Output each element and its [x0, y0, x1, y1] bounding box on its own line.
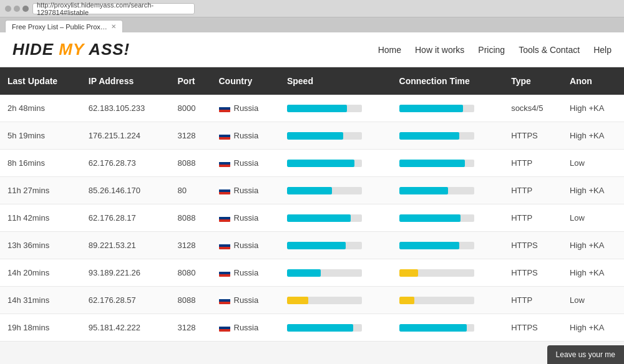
flag-russia — [219, 187, 230, 194]
col-port: Port — [170, 67, 212, 95]
address-text: http://proxylist.hidemyass.com/search-12… — [37, 1, 190, 16]
cell-type: HTTP — [504, 204, 562, 232]
flag-stripe-red — [219, 329, 230, 332]
site-header: HIDE MY ASS! Home How it works Pricing T… — [0, 32, 624, 67]
speed-bar-fill — [287, 297, 308, 304]
cell-anon: High +KA — [562, 232, 624, 259]
table-row: 11h 42mins62.176.28.178088 Russia HTTPLo… — [0, 204, 624, 232]
flag-russia — [219, 324, 230, 332]
address-bar[interactable]: http://proxylist.hidemyass.com/search-12… — [32, 3, 195, 14]
speed-bar-fill — [287, 160, 354, 167]
flag-russia — [219, 160, 230, 167]
cell-port: 3128 — [170, 122, 212, 150]
speed-bar-fill — [287, 187, 332, 194]
cell-country: Russia — [212, 95, 280, 122]
speed-bar-container — [287, 324, 362, 332]
cell-last-update: 8h 16mins — [0, 150, 81, 177]
cell-connection-time — [392, 150, 504, 177]
flag-russia — [219, 132, 230, 140]
table-row: 19h 18mins95.181.42.2223128 Russia HTTPS… — [0, 314, 624, 342]
country-name: Russia — [234, 241, 259, 250]
table-header-row: Last Update IP Address Port Country Spee… — [0, 67, 624, 95]
conn-bar-fill — [399, 297, 414, 304]
cell-speed — [280, 150, 392, 177]
country-cell: Russia — [219, 323, 272, 332]
flag-stripe-red — [219, 302, 230, 304]
flag-stripe-red — [219, 247, 230, 249]
country-name: Russia — [234, 213, 259, 223]
flag-stripe-red — [219, 110, 230, 112]
conn-bar-fill — [399, 160, 466, 167]
col-ip-address: IP Address — [81, 67, 170, 95]
conn-bar-container — [399, 160, 474, 167]
browser-bar: http://proxylist.hidemyass.com/search-12… — [0, 0, 624, 17]
cell-last-update: 19h 18mins — [0, 314, 81, 342]
speed-bar-container — [287, 269, 362, 277]
speed-bar-container — [287, 105, 362, 112]
table-row: 8h 16mins62.176.28.738088 Russia HTTPLow — [0, 150, 624, 177]
col-connection-time: Connection Time — [392, 67, 504, 95]
cell-speed — [280, 232, 392, 259]
speed-bar-container — [287, 297, 362, 304]
conn-bar-fill — [399, 187, 448, 194]
cell-ip: 89.221.53.21 — [81, 232, 170, 259]
cell-ip: 85.26.146.170 — [81, 177, 170, 204]
tab-close-icon[interactable]: ✕ — [111, 23, 116, 30]
speed-bar-fill — [287, 324, 353, 332]
country-cell: Russia — [219, 241, 272, 250]
cell-anon: High +KA — [562, 95, 624, 122]
flag-russia — [219, 242, 230, 249]
col-country: Country — [212, 67, 280, 95]
cell-port: 8080 — [170, 259, 212, 287]
cell-last-update: 2h 48mins — [0, 95, 81, 122]
cell-country: Russia — [212, 150, 280, 177]
country-cell: Russia — [219, 103, 272, 113]
cell-country: Russia — [212, 177, 280, 204]
cell-country: Russia — [212, 314, 280, 342]
country-name: Russia — [234, 103, 259, 113]
cell-country: Russia — [212, 259, 280, 287]
proxy-table: Last Update IP Address Port Country Spee… — [0, 67, 624, 342]
browser-dot-1 — [5, 6, 11, 12]
cell-ip: 93.189.221.26 — [81, 259, 170, 287]
nav-home[interactable]: Home — [378, 45, 401, 55]
logo-ass: ASS! — [84, 40, 130, 59]
nav-pricing[interactable]: Pricing — [478, 45, 505, 55]
nav-help[interactable]: Help — [593, 45, 612, 55]
cell-last-update: 11h 42mins — [0, 204, 81, 232]
conn-bar-fill — [399, 242, 459, 249]
nav-how-it-works[interactable]: How it works — [415, 45, 464, 55]
cell-speed — [280, 287, 392, 314]
cell-port: 3128 — [170, 314, 212, 342]
conn-bar-fill — [399, 214, 461, 222]
conn-bar-container — [399, 297, 474, 304]
cell-country: Russia — [212, 287, 280, 314]
speed-bar-fill — [287, 242, 346, 249]
conn-bar-fill — [399, 324, 467, 332]
flag-stripe-red — [219, 274, 230, 277]
conn-bar-container — [399, 187, 474, 194]
cell-ip: 62.176.28.57 — [81, 287, 170, 314]
country-name: Russia — [234, 295, 259, 305]
cell-speed — [280, 122, 392, 150]
country-cell: Russia — [219, 213, 272, 223]
logo-my: MY — [59, 40, 84, 59]
cell-anon: Low — [562, 150, 624, 177]
table-row: 13h 36mins89.221.53.213128 Russia HTTPSH… — [0, 232, 624, 259]
tabs-bar: Free Proxy List – Public Prox… ✕ — [0, 17, 624, 32]
cell-type: HTTPS — [504, 314, 562, 342]
cell-ip: 95.181.42.222 — [81, 314, 170, 342]
speed-bar-container — [287, 160, 362, 167]
active-tab[interactable]: Free Proxy List – Public Prox… ✕ — [5, 20, 123, 32]
speed-bar-container — [287, 242, 362, 249]
country-name: Russia — [234, 131, 259, 140]
cell-type: HTTP — [504, 177, 562, 204]
conn-bar-fill — [399, 269, 418, 277]
cell-last-update: 13h 36mins — [0, 232, 81, 259]
speed-bar-fill — [287, 269, 321, 277]
main-nav: Home How it works Pricing Tools & Contac… — [378, 45, 612, 55]
conn-bar-container — [399, 242, 474, 249]
nav-tools-contact[interactable]: Tools & Contact — [519, 45, 580, 55]
cell-anon: Low — [562, 287, 624, 314]
table-row: 5h 19mins176.215.1.2243128 Russia HTTPSH… — [0, 122, 624, 150]
